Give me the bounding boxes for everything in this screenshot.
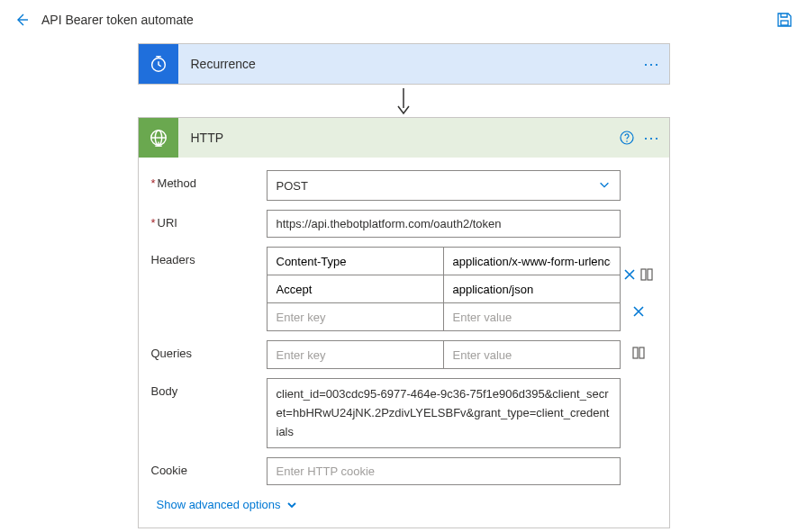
page-title: API Bearer token automate <box>41 13 194 27</box>
http-title: HTTP <box>178 131 621 145</box>
svg-rect-9 <box>633 347 638 358</box>
header-row <box>267 248 620 275</box>
recurrence-menu-icon[interactable]: ··· <box>643 56 668 72</box>
headers-label: Headers <box>151 253 195 266</box>
method-select[interactable]: POST <box>267 170 621 201</box>
body-textarea[interactable]: client_id=003cdc95-6977-464e-9c36-75f1e9… <box>267 378 621 448</box>
query-value-input[interactable] <box>453 348 611 362</box>
header-value-input[interactable] <box>453 255 611 268</box>
headers-table <box>267 247 621 331</box>
cookie-input[interactable] <box>267 457 621 485</box>
svg-rect-7 <box>641 269 646 280</box>
header-value-input[interactable] <box>453 311 611 324</box>
svg-point-6 <box>627 140 629 142</box>
remove-header-icon[interactable] <box>623 268 636 281</box>
help-icon[interactable] <box>620 131 634 145</box>
remove-header-icon[interactable] <box>632 305 645 318</box>
show-advanced-label: Show advanced options <box>157 498 281 511</box>
recurrence-clock-icon <box>139 44 178 84</box>
svg-rect-8 <box>648 269 652 280</box>
header-key-input[interactable] <box>277 311 434 324</box>
recurrence-card[interactable]: Recurrence ··· <box>138 43 670 85</box>
save-icon[interactable] <box>776 12 793 28</box>
http-card: HTTP ··· *Method POST <box>138 117 670 528</box>
switch-mode-icon[interactable] <box>639 267 654 282</box>
flow-connector-arrow <box>394 85 413 117</box>
svg-rect-10 <box>639 347 644 358</box>
http-globe-icon <box>139 118 178 158</box>
header-key-input[interactable] <box>277 255 434 268</box>
recurrence-title: Recurrence <box>178 57 644 71</box>
show-advanced-link[interactable]: Show advanced options <box>151 498 297 511</box>
body-label: Body <box>151 384 178 398</box>
query-row-new <box>267 341 620 369</box>
switch-mode-icon[interactable] <box>631 346 646 360</box>
chevron-down-icon <box>598 178 611 194</box>
header-key-input[interactable] <box>277 283 434 296</box>
queries-label: Queries <box>151 347 193 360</box>
svg-rect-0 <box>781 21 788 25</box>
uri-input[interactable] <box>267 210 621 238</box>
header-row <box>267 275 620 303</box>
query-key-input[interactable] <box>277 348 434 362</box>
cookie-label: Cookie <box>151 464 187 477</box>
http-header[interactable]: HTTP ··· <box>139 118 669 158</box>
flow-canvas: Recurrence ··· HTTP ··· *Method <box>0 40 807 528</box>
method-value: POST <box>277 179 308 193</box>
uri-label: URI <box>158 216 177 230</box>
back-arrow-icon[interactable] <box>14 13 29 27</box>
method-label: Method <box>158 176 196 190</box>
queries-table <box>267 340 621 369</box>
topbar: API Bearer token automate <box>0 0 807 40</box>
header-row-new <box>267 303 620 331</box>
http-menu-icon[interactable]: ··· <box>643 130 659 146</box>
header-value-input[interactable] <box>453 283 611 296</box>
